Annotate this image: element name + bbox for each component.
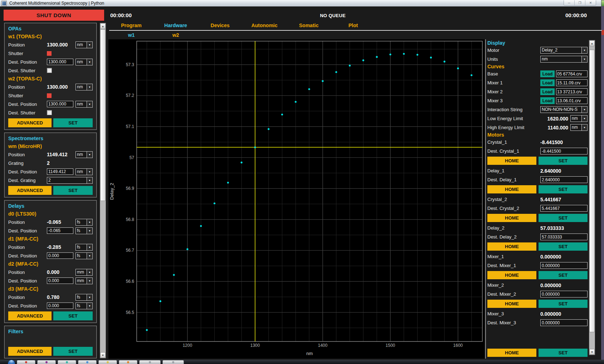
d2-mfa-cc-position-unit-select[interactable]: mm▼ [76, 269, 93, 276]
chevron-down-icon[interactable]: ▼ [581, 47, 587, 53]
filters-advanced-button[interactable]: ADVANCED [8, 347, 52, 356]
curves-low-energy-limit-unit-select[interactable]: nm▼ [570, 115, 588, 122]
curves-high-energy-limit-unit-select[interactable]: nm▼ [570, 124, 588, 131]
dest-crystal-2-input[interactable]: 5.441667 [540, 205, 588, 212]
mixer-3-home-button[interactable]: HOME [487, 349, 536, 357]
taskbar-app-purple[interactable] [37, 360, 56, 364]
tab-devices[interactable]: Devices [198, 23, 242, 30]
taskbar-window-2[interactable] [162, 360, 184, 364]
delay-2-set-button[interactable]: SET [539, 242, 588, 251]
wm-microhr-position-unit-select[interactable]: nm▼ [76, 151, 93, 158]
scroll-up-icon[interactable]: ▲ [100, 23, 106, 29]
mixer-1-file-input[interactable]: 15.11.09.crv [556, 79, 588, 86]
delays-set-button[interactable]: SET [53, 311, 93, 320]
d1-mfa-cc-position-unit-select[interactable]: fs▼ [76, 244, 93, 251]
scroll-down-icon[interactable]: ▼ [589, 349, 595, 355]
filters-set-button[interactable]: SET [53, 347, 93, 356]
taskbar-app-blue[interactable] [78, 360, 97, 364]
chevron-down-icon[interactable]: ▼ [581, 56, 587, 62]
mixer-1-load-button[interactable]: Load [540, 79, 555, 86]
w2-topas-c-dest-position-input[interactable]: 1300.000 [47, 101, 73, 107]
mixer-2-file-input[interactable]: 13 37213.crv [556, 88, 588, 95]
dest-mixer-3-input[interactable]: 0.000000 [540, 319, 588, 326]
d0-lts300-position-unit-select[interactable]: fs▼ [76, 219, 93, 226]
dest-crystal-1-input[interactable]: -8.441500 [540, 148, 588, 154]
base-load-button[interactable]: Load [540, 70, 555, 77]
crystal-2-set-button[interactable]: SET [539, 214, 588, 222]
tab-hardware[interactable]: Hardware [154, 23, 198, 30]
dest-mixer-2-input[interactable]: 0.000000 [540, 291, 588, 297]
w1-topas-c-position-unit-select[interactable]: nm▼ [76, 41, 93, 48]
mixer-2-set-button[interactable]: SET [539, 300, 588, 308]
start-orb[interactable] [8, 360, 15, 364]
chevron-down-icon[interactable]: ▼ [87, 42, 92, 48]
mixer-1-set-button[interactable]: SET [539, 271, 588, 279]
chevron-down-icon[interactable]: ▼ [581, 107, 587, 113]
d3-mfa-cc-position-unit-select[interactable]: fs▼ [76, 294, 93, 301]
d0-lts300-dest-position-unit-select[interactable]: fs▼ [76, 227, 93, 234]
mixer-3-set-button[interactable]: SET [539, 349, 588, 357]
left-scrollbar[interactable]: ▲ ▼ [100, 23, 106, 358]
taskbar-window-1[interactable] [139, 360, 161, 364]
subtab-w1[interactable]: w1 [109, 32, 154, 38]
chevron-down-icon[interactable]: ▼ [87, 59, 92, 65]
mixer-3-file-input[interactable]: 13.06.01.crv [556, 97, 588, 104]
w1-topas-c-dest-position-unit-select[interactable]: nm▼ [76, 59, 93, 65]
d3-mfa-cc-dest-position-unit-select[interactable]: fs▼ [76, 302, 93, 309]
taskbar-app-orange[interactable] [119, 360, 137, 364]
tab-program[interactable]: Program [109, 23, 154, 30]
crystal-1-set-button[interactable]: SET [539, 157, 588, 165]
restore-button[interactable]: ❐ [574, 0, 585, 5]
chevron-down-icon[interactable]: ▼ [87, 253, 92, 259]
chevron-down-icon[interactable]: ▼ [87, 228, 92, 234]
mixer-2-home-button[interactable]: HOME [487, 300, 536, 308]
chevron-down-icon[interactable]: ▼ [87, 84, 92, 90]
d2-mfa-cc-dest-position-unit-select[interactable]: mm▼ [76, 277, 93, 284]
chevron-down-icon[interactable]: ▼ [87, 177, 92, 183]
d2-mfa-cc-dest-position-input[interactable]: 0.000 [47, 277, 73, 284]
tab-plot[interactable]: Plot [331, 23, 375, 30]
base-file-input[interactable]: 05 67764.crv [556, 70, 588, 77]
opas-set-button[interactable]: SET [53, 118, 93, 127]
delay-1-home-button[interactable]: HOME [487, 185, 536, 193]
dest-delay-2-input[interactable]: 57.033333 [540, 233, 588, 240]
delay-1-set-button[interactable]: SET [539, 185, 588, 193]
display-units-select[interactable]: nm▼ [540, 56, 588, 63]
tab-autonomic[interactable]: Autonomic [242, 23, 287, 30]
scrollbar-thumb[interactable] [589, 50, 595, 332]
chevron-down-icon[interactable]: ▼ [87, 152, 92, 158]
chevron-down-icon[interactable]: ▼ [87, 278, 92, 284]
chevron-down-icon[interactable]: ▼ [87, 244, 92, 250]
chevron-down-icon[interactable]: ▼ [87, 169, 92, 175]
minimize-button[interactable]: ─ [564, 0, 574, 5]
plot-canvas[interactable]: 1200130014001500160056.556.656.756.856.9… [108, 39, 484, 359]
w1-topas-c-dest-position-input[interactable]: 1300.000 [47, 59, 73, 65]
delay-2-home-button[interactable]: HOME [487, 242, 536, 251]
chevron-down-icon[interactable]: ▼ [581, 124, 587, 131]
right-scrollbar[interactable]: ▲ ▼ [589, 40, 595, 355]
d3-mfa-cc-dest-position-input[interactable]: 0.000 [47, 302, 73, 309]
chevron-down-icon[interactable]: ▼ [87, 219, 92, 225]
crystal-1-home-button[interactable]: HOME [487, 157, 536, 165]
chevron-down-icon[interactable]: ▼ [87, 269, 92, 275]
chevron-down-icon[interactable]: ▼ [87, 303, 92, 309]
taskbar-app-teal[interactable] [58, 360, 76, 364]
shutdown-button[interactable]: SHUT DOWN [4, 10, 104, 21]
spectrometers-set-button[interactable]: SET [53, 186, 93, 195]
dest-mixer-1-input[interactable]: 0.000000 [540, 262, 588, 269]
spectrometers-advanced-button[interactable]: ADVANCED [8, 186, 52, 195]
w2-topas-c-dest-position-unit-select[interactable]: nm▼ [76, 101, 93, 108]
chevron-down-icon[interactable]: ▼ [581, 115, 587, 122]
d1-mfa-cc-dest-position-input[interactable]: 0.000 [47, 252, 73, 259]
delays-advanced-button[interactable]: ADVANCED [8, 311, 52, 320]
subtab-w2[interactable]: w2 [154, 32, 198, 38]
scroll-up-icon[interactable]: ▲ [589, 40, 595, 46]
scroll-down-icon[interactable]: ▼ [100, 352, 106, 358]
wm-microhr-dest-grating-select[interactable]: 2▼ [47, 177, 93, 184]
dest-delay-1-input[interactable]: 2.640000 [540, 176, 588, 183]
scrollbar-thumb[interactable] [100, 29, 106, 201]
d0-lts300-dest-position-input[interactable]: -0.065 [47, 227, 73, 234]
mixer-2-load-button[interactable]: Load [540, 88, 555, 95]
w1-topas-c-dest-shutter-checkbox[interactable] [47, 68, 52, 73]
wm-microhr-dest-position-input[interactable]: 1149.412 [47, 168, 73, 175]
